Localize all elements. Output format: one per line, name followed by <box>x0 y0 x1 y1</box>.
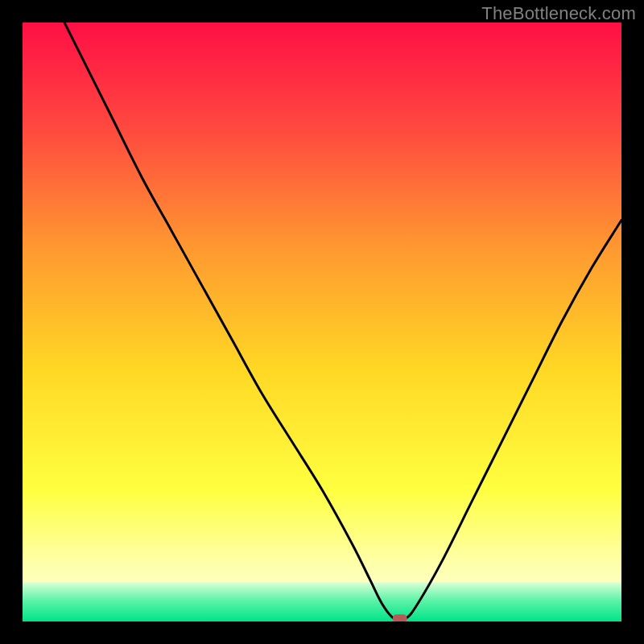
green-safe-band <box>23 583 621 621</box>
plot-area <box>23 23 621 621</box>
chart-frame: TheBottleneck.com <box>0 0 644 644</box>
current-config-marker <box>393 614 407 621</box>
bottleneck-curve-chart <box>23 23 621 621</box>
gradient-background <box>23 23 621 621</box>
watermark-text: TheBottleneck.com <box>481 3 636 24</box>
